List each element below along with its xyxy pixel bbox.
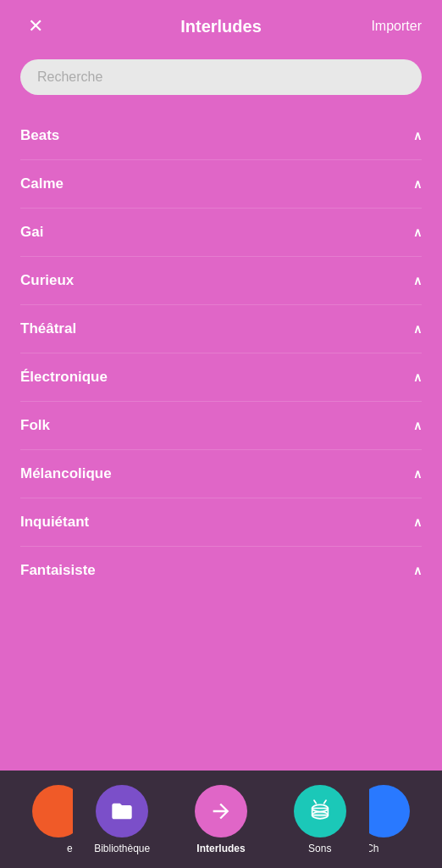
nav-label-partial-right: Ch [369,843,378,854]
chevron-up-icon: ∧ [413,225,422,239]
chevron-up-icon: ∧ [413,177,422,191]
page-title: Interludes [180,17,262,36]
search-input[interactable] [20,59,422,95]
import-button[interactable]: Importer [371,19,422,34]
chevron-up-icon: ∧ [413,515,422,529]
chevron-up-icon: ∧ [413,419,422,432]
nav-label-sons: Sons [308,843,331,854]
category-item[interactable]: Fantaisiste∧ [20,547,422,594]
category-list: Beats∧Calme∧Gai∧Curieux∧Théâtral∧Électro… [0,112,442,594]
category-label: Électronique [20,369,108,386]
nav-label-partial-left: er [67,843,73,854]
bibliotheque-icon-circle [96,785,148,837]
category-label: Théâtral [20,320,76,337]
nav-item-interludes[interactable]: Interludes [172,776,271,854]
category-label: Beats [20,127,59,144]
category-item[interactable]: Mélancolique∧ [20,450,422,498]
nav-item-sons[interactable]: Sons [270,776,369,854]
bottom-nav: er Bibliothèque Interludes [0,771,442,868]
category-item[interactable]: Gai∧ [20,209,422,257]
category-item[interactable]: Folk∧ [20,402,422,450]
category-label: Mélancolique [20,465,112,482]
header: ✕ Interludes Importer [0,0,442,51]
chevron-up-icon: ∧ [413,467,422,481]
nav-item-bibliotheque[interactable]: Bibliothèque [73,776,172,854]
drum-icon [308,799,332,823]
nav-item-partial-left[interactable]: er [0,776,73,854]
chevron-up-icon: ∧ [413,322,422,336]
search-container [0,51,442,112]
category-item[interactable]: Calme∧ [20,160,422,209]
folder-icon [110,799,134,823]
chevron-up-icon: ∧ [413,274,422,287]
category-item[interactable]: Électronique∧ [20,353,422,402]
svg-point-2 [312,811,328,818]
category-label: Curieux [20,272,74,289]
category-item[interactable]: Théâtral∧ [20,305,422,353]
svg-line-4 [323,800,325,804]
category-label: Fantaisiste [20,562,96,579]
category-label: Calme [20,175,64,192]
chevron-up-icon: ∧ [413,370,422,384]
nav-item-partial-right[interactable]: Ch [369,776,442,854]
category-item[interactable]: Beats∧ [20,112,422,160]
sons-icon-circle [294,785,346,837]
category-label: Gai [20,224,43,241]
chevron-up-icon: ∧ [413,564,422,577]
nav-label-interludes: Interludes [196,843,245,854]
interludes-icon-circle [195,785,247,837]
chevron-up-icon: ∧ [413,129,422,142]
category-item[interactable]: Inquiétant∧ [20,498,422,547]
category-label: Inquiétant [20,514,89,531]
nav-label-bibliotheque: Bibliothèque [94,843,150,854]
arrow-right-icon [209,799,233,823]
category-label: Folk [20,417,50,434]
category-item[interactable]: Curieux∧ [20,257,422,305]
svg-line-3 [314,800,316,804]
close-button[interactable]: ✕ [20,15,51,37]
